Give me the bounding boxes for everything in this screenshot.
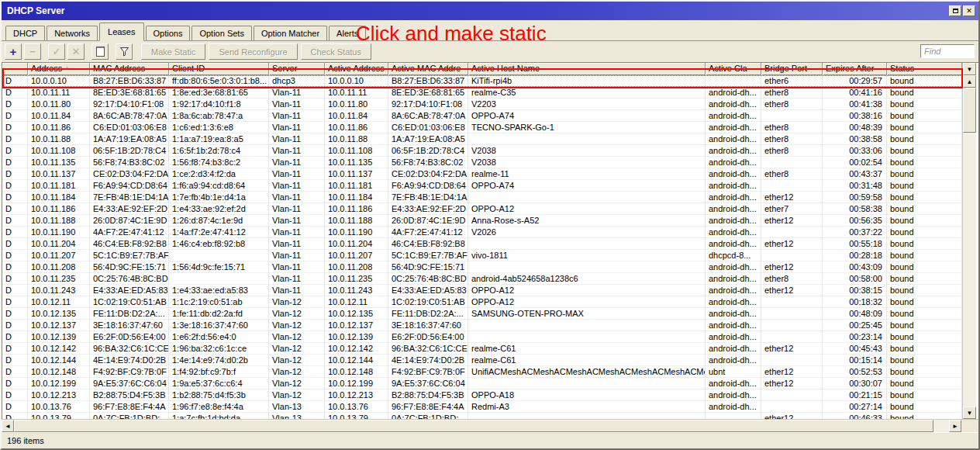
table-row[interactable]: D10.0.11.137CE:02:D3:04:F2:DA1:ce:2:d3:4… [2, 168, 962, 180]
cell-active-cla: android-dh... [706, 308, 761, 320]
comment-button[interactable] [91, 43, 109, 60]
cell-client-id: 1:4a:f7:2e:47:41:12 [169, 227, 269, 238]
cell-status: bound [887, 227, 962, 238]
vertical-scroll-thumb[interactable] [963, 88, 976, 133]
table-row[interactable]: D10.0.12.1373E:18:16:37:47:601:3e:18:16:… [2, 320, 962, 331]
cell-bridge-port: ether12 [761, 378, 823, 389]
cell-flag: D [2, 413, 28, 419]
cell-mac-address: E4:33:AE:ED:A5:83 [90, 285, 169, 296]
horizontal-scroll-track[interactable] [933, 420, 949, 432]
cell-active-cla: android-dh... [706, 99, 761, 110]
cell-server: Vlan-12 [269, 320, 325, 331]
cell-mac-address: 9A:E5:37:6C:C6:04 [90, 378, 169, 389]
annotation-text: Click and make static [356, 22, 547, 46]
column-dropdown-button[interactable]: ▼ [963, 63, 976, 75]
table-row[interactable]: D10.0.12.1999A:E5:37:6C:C6:041:9a:e5:37:… [2, 378, 962, 389]
disable-button[interactable]: ✕ [67, 43, 85, 60]
table-row[interactable]: D10.0.11.1904A:F7:2E:47:41:121:4a:f7:2e:… [2, 227, 962, 238]
tab-dhcp[interactable]: DHCP [5, 26, 45, 40]
horizontal-scrollbar[interactable]: ◄ ► [2, 419, 978, 432]
table-row[interactable]: D10.0.11.20856:4D:9C:FE:15:711:56:4d:9c:… [2, 261, 962, 273]
cell-address: 10.0.11.108 [28, 145, 90, 157]
cell-active-mac-addre: E4:33:AE:92:EF:2D [388, 203, 468, 215]
table-row[interactable]: D10.0.12.1444E:14:E9:74:D0:2B1:4e:14:e9:… [2, 355, 962, 366]
make-static-button[interactable]: Make Static [141, 43, 205, 60]
table-row[interactable]: D10.0.11.8092:17:D4:10:F1:081:92:17:d4:1… [2, 99, 962, 110]
cell-client-id: 1:56:4d:9c:fe:15:71 [169, 261, 269, 273]
filter-button[interactable] [116, 43, 133, 60]
table-row[interactable]: D10.0.12.14296:BA:32:C6:1C:CE1:96:ba:32:… [2, 343, 962, 355]
tab-option-sets[interactable]: Option Sets [192, 26, 251, 40]
maximize-button[interactable] [949, 5, 961, 16]
cell-flag: D [2, 227, 28, 238]
cell-active-address: 10.0.11.135 [325, 157, 388, 168]
cell-bridge-port: ether12 [761, 366, 823, 378]
table-row[interactable]: D10.0.13.790A:7C:FB:1D:BD:...1:a:7c:fb:1… [2, 413, 962, 419]
table-row[interactable]: D10.0.11.86C6:ED:01:03:06:E81:c6:ed:1:3:… [2, 122, 962, 133]
table-row[interactable]: D10.0.12.135FE:11:DB:D2:2A:...1:fe:11:db… [2, 308, 962, 320]
table-row[interactable]: D10.0.12.139E6:2F:0D:56:E4:001:e6:2f:d:5… [2, 331, 962, 343]
scroll-right-button[interactable]: ► [949, 420, 961, 432]
cell-flag: D [2, 389, 28, 401]
table-row[interactable]: D10.0.11.118E:ED:3E:68:81:651:8e:ed:3e:6… [2, 87, 962, 99]
find-input[interactable] [920, 44, 975, 58]
cell-flag: D [2, 366, 28, 378]
table-row[interactable]: D10.0.11.848A:6C:AB:78:47:0A1:8a:6c:ab:7… [2, 110, 962, 122]
horizontal-scroll-thumb[interactable] [14, 420, 933, 432]
table-row[interactable]: D10.0.12.111C:02:19:C0:51:AB1:1c:2:19:c0… [2, 296, 962, 308]
cell-server: Vlan-11 [269, 238, 325, 250]
cell-flag: D [2, 122, 28, 133]
scroll-down-button[interactable]: ▼ [963, 407, 976, 419]
enable-check-icon: ✓ [53, 47, 61, 57]
tab-option-matcher[interactable]: Option Matcher [254, 26, 327, 40]
cell-active-cla: android-dh... [706, 180, 761, 192]
remove-button[interactable]: − [24, 43, 41, 60]
cell-client-id: 1:fe:11:db:d2:2a:fd [169, 308, 269, 320]
send-reconfigure-button[interactable]: Send Reconfigure [209, 43, 297, 60]
table-row[interactable]: D10.0.11.181F6:A9:94:CD:D8:641:f6:a9:94:… [2, 180, 962, 192]
cell-active-host-name: V2203 [468, 99, 706, 110]
vertical-scroll-track[interactable] [963, 133, 976, 407]
cell-expires-after: 00:46:33 [823, 413, 887, 419]
tab-networks[interactable]: Networks [47, 26, 98, 40]
scroll-up-button[interactable]: ▲ [963, 75, 976, 88]
cell-expires-after: 00:38:15 [823, 285, 887, 296]
cell-mac-address: 4E:14:E9:74:D0:2B [90, 355, 169, 366]
table-row[interactable]: D10.0.11.186E4:33:AE:92:EF:2D1:e4:33:ae:… [2, 203, 962, 215]
check-status-button[interactable]: Check Status [301, 43, 371, 60]
cell-bridge-port: ether12 [761, 413, 823, 419]
title-bar[interactable]: DHCP Server ✕ [2, 2, 978, 20]
table-row[interactable]: D10.0.11.13556:F8:74:B3:8C:021:56:f8:74:… [2, 157, 962, 168]
table-row[interactable]: D10.0.11.10806:5F:1B:2D:78:C41:6:5f:1b:2… [2, 145, 962, 157]
cell-flag: D [2, 110, 28, 122]
table-row[interactable]: D10.0.11.881A:A7:19:EA:08:A51:1a:a7:19:e… [2, 133, 962, 145]
cell-status: bound [887, 192, 962, 203]
tab-leases[interactable]: Leases [99, 22, 143, 41]
table-row[interactable]: D10.0.11.243E4:33:AE:ED:A5:831:e4:33:ae:… [2, 285, 962, 296]
table-row[interactable]: D10.0.12.148F4:92:BF:C9:7B:0F1:f4:92:bf:… [2, 366, 962, 378]
cell-active-mac-addre: 96:F7:E8:8E:F4:4A [388, 401, 468, 413]
cell-bridge-port [761, 296, 823, 308]
tab-options[interactable]: Options [146, 26, 191, 40]
cell-active-address: 10.0.11.235 [325, 273, 388, 285]
cell-expires-after: 00:41:16 [823, 87, 887, 99]
table-row[interactable]: D10.0.11.2075C:1C:B9:E7:7B:AFVlan-1110.0… [2, 250, 962, 261]
cell-bridge-port: ether8 [761, 122, 823, 133]
cell-status: bound [887, 331, 962, 343]
vertical-scrollbar[interactable]: ▼ ▲ ▼ [962, 63, 976, 419]
scroll-left-button[interactable]: ◄ [2, 420, 14, 432]
table-row[interactable]: D10.0.11.1847E:FB:4B:1E:D4:1A1:7e:fb:4b:… [2, 192, 962, 203]
cell-active-address: 10.0.13.76 [325, 401, 388, 413]
table-row[interactable]: D10.0.11.2350C:25:76:4B:8C:BDVlan-1110.0… [2, 273, 962, 285]
cell-expires-after: 00:48:09 [823, 308, 887, 320]
add-button[interactable]: + [5, 43, 22, 60]
close-button[interactable]: ✕ [963, 5, 975, 16]
table-row[interactable]: D10.0.11.18826:0D:87:4C:1E:9D1:26:d:87:4… [2, 215, 962, 227]
table-row[interactable]: D10.0.13.7696:F7:E8:8E:F4:4A1:96:f7:e8:8… [2, 401, 962, 413]
cell-active-address: 10.0.11.88 [325, 133, 388, 145]
enable-button[interactable]: ✓ [48, 43, 65, 60]
cell-bridge-port: ether8 [761, 145, 823, 157]
table-row[interactable]: D10.0.11.20446:C4:EB:F8:92:B81:46:c4:eb:… [2, 238, 962, 250]
cell-status: bound [887, 296, 962, 308]
table-row[interactable]: D10.0.12.213B2:88:75:D4:F5:3B1:b2:88:75:… [2, 389, 962, 401]
